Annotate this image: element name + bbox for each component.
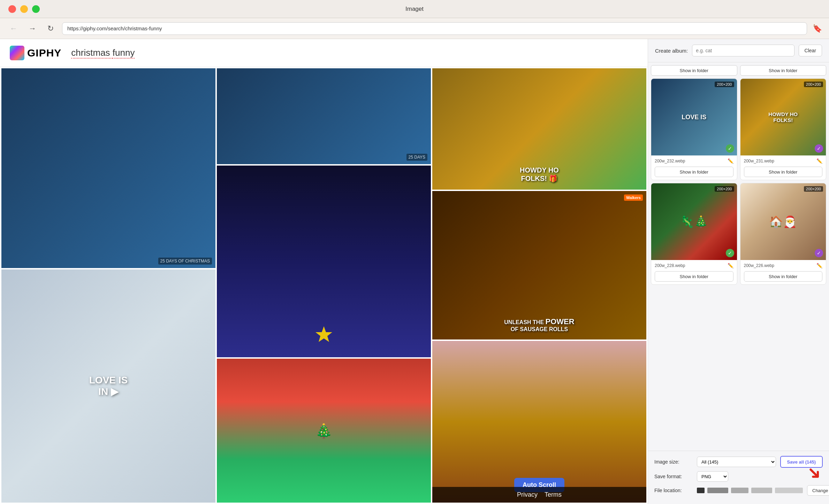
save-format-row: Save format: PNG JPEG WEBP xyxy=(654,471,823,482)
gif-grid: 25 DAYS OF CHRISTMAS LOVE ISIN ▶ 25 DAYS xyxy=(0,67,648,504)
giphy-search-display: christmas funny xyxy=(71,47,135,58)
create-album-label: Create album: xyxy=(655,48,688,54)
panel-item-4: 🏠🎅 200×200 ✓ 200w_226.webp ✏️ Show in fo… xyxy=(740,183,827,285)
panel-item-2: HOWDY HOFOLKS! 200×200 ✓ 200w_231.webp ✏… xyxy=(740,78,827,180)
panel-item-footer-4: 200w_226.webp ✏️ xyxy=(740,260,826,271)
gif-item[interactable]: 🎄 xyxy=(217,359,431,503)
panel-item-1: LOVE IS 200×200 ✓ 200w_232.webp ✏️ Show … xyxy=(651,78,737,180)
panel-row-2: 🦎🎄 200×200 ✓ 200w_228.webp ✏️ Show in fo… xyxy=(651,183,826,285)
window-title: Imaget xyxy=(405,6,424,13)
terms-button[interactable]: Terms xyxy=(545,491,562,498)
panel-item-3: 🦎🎄 200×200 ✓ 200w_228.webp ✏️ Show in fo… xyxy=(651,183,737,285)
path-seg-2 xyxy=(707,488,728,493)
main-layout: GIPHY christmas funny 25 DAYS OF CHRISTM… xyxy=(0,39,829,504)
giphy-logo-text: GIPHY xyxy=(27,47,61,59)
check-icon-1: ✓ xyxy=(726,144,734,153)
top-show-folder-row: Show in folder Show in folder xyxy=(648,62,829,76)
back-button[interactable]: ← xyxy=(7,23,20,35)
size-badge-1: 200×200 xyxy=(715,82,734,87)
gif-item[interactable]: LOVE ISIN ▶ xyxy=(1,269,215,503)
gif-placeholder: 25 DAYS OF CHRISTMAS xyxy=(1,68,215,268)
size-badge-4: 200×200 xyxy=(804,186,823,192)
close-button[interactable] xyxy=(8,5,16,13)
panel-img-3: 🦎🎄 200×200 ✓ xyxy=(651,183,737,260)
search-text-plain: christmas xyxy=(71,47,112,59)
change-button[interactable]: Change xyxy=(807,485,829,496)
show-folder-btn-3[interactable]: Show in folder xyxy=(655,271,733,282)
svg-marker-0 xyxy=(315,326,332,342)
size-badge-2: 200×200 xyxy=(804,82,823,87)
filename-2: 200w_231.webp xyxy=(744,159,774,163)
title-bar: Imaget xyxy=(0,0,829,18)
edit-icon-2[interactable]: ✏️ xyxy=(816,158,822,164)
panel-header: Create album: Clear xyxy=(648,39,829,62)
format-select[interactable]: PNG JPEG WEBP xyxy=(697,471,728,482)
save-all-button[interactable]: Save all (145) xyxy=(780,456,823,468)
gif-column-3: HOWDY HOFOLKS! 🎁 Walkers UNLEASH THE POW… xyxy=(432,68,646,503)
image-size-row: Image size: All (145) 200×200 480w Save … xyxy=(654,456,823,468)
search-text-underline: funny xyxy=(113,47,135,59)
filename-3: 200w_228.webp xyxy=(655,263,685,268)
check-icon-4: ✓ xyxy=(815,249,823,257)
image-size-label: Image size: xyxy=(654,459,693,465)
right-panel: Create album: Clear Show in folder Show … xyxy=(648,39,829,504)
file-location-bar xyxy=(697,485,803,496)
show-in-folder-button-top-left[interactable]: Show in folder xyxy=(651,65,737,76)
edit-icon-3[interactable]: ✏️ xyxy=(728,263,733,268)
refresh-button[interactable]: ↻ xyxy=(45,23,56,35)
bookmark-button[interactable]: 🔖 xyxy=(813,24,822,33)
giphy-logo: GIPHY xyxy=(10,46,61,60)
show-folder-btn-2[interactable]: Show in folder xyxy=(744,167,823,177)
gif-item[interactable]: Auto Scroll Privacy Terms xyxy=(432,341,646,503)
panel-item-footer-3: 200w_228.webp ✏️ xyxy=(651,260,737,271)
address-bar[interactable] xyxy=(62,22,807,35)
privacy-button[interactable]: Privacy xyxy=(517,491,538,498)
panel-item-footer-1: 200w_232.webp ✏️ xyxy=(651,155,737,167)
gif-item[interactable]: HOWDY HOFOLKS! 🎁 xyxy=(432,68,646,190)
gif-item[interactable]: 25 DAYS OF CHRISTMAS xyxy=(1,68,215,268)
show-folder-btn-4[interactable]: Show in folder xyxy=(744,271,823,282)
path-seg-4 xyxy=(751,488,772,493)
gif-column-1: 25 DAYS OF CHRISTMAS LOVE ISIN ▶ xyxy=(1,68,215,503)
panel-row-1: LOVE IS 200×200 ✓ 200w_232.webp ✏️ Show … xyxy=(651,78,826,180)
panel-img-1: LOVE IS 200×200 ✓ xyxy=(651,79,737,155)
filename-4: 200w_226.webp xyxy=(744,263,774,268)
maximize-button[interactable] xyxy=(32,5,40,13)
panel-bottom: Image size: All (145) 200×200 480w Save … xyxy=(648,451,829,504)
show-in-folder-button-top-right[interactable]: Show in folder xyxy=(740,65,827,76)
save-format-label: Save format: xyxy=(654,474,693,479)
browser-content: GIPHY christmas funny 25 DAYS OF CHRISTM… xyxy=(0,39,648,504)
album-input[interactable] xyxy=(692,45,794,56)
giphy-header: GIPHY christmas funny xyxy=(0,39,648,67)
panel-images: LOVE IS 200×200 ✓ 200w_232.webp ✏️ Show … xyxy=(648,76,829,451)
gif-column-2: 25 DAYS 🎄 xyxy=(217,68,431,503)
gif-placeholder-2: 25 DAYS xyxy=(217,68,431,164)
show-folder-btn-1[interactable]: Show in folder xyxy=(655,167,733,177)
edit-icon-4[interactable]: ✏️ xyxy=(816,263,822,268)
file-location-row: File location: Change 📁 ➜ xyxy=(654,485,823,496)
check-icon-3: ✓ xyxy=(726,249,734,257)
filename-1: 200w_232.webp xyxy=(655,159,685,163)
forward-button[interactable]: → xyxy=(26,23,39,35)
clear-button[interactable]: Clear xyxy=(799,45,822,56)
image-size-select[interactable]: All (145) 200×200 480w xyxy=(697,457,776,467)
gif-item[interactable] xyxy=(217,166,431,357)
check-icon-2: ✓ xyxy=(815,144,823,153)
panel-img-4: 🏠🎅 200×200 ✓ xyxy=(740,183,826,260)
path-seg-3 xyxy=(731,488,748,493)
gif-item[interactable]: Walkers UNLEASH THE POWEROF SAUSAGE ROLL… xyxy=(432,191,646,339)
file-location-label: File location: xyxy=(654,488,693,493)
path-seg-1 xyxy=(697,488,705,493)
giphy-logo-icon xyxy=(10,46,24,60)
panel-img-2: HOWDY HOFOLKS! 200×200 ✓ xyxy=(740,79,826,155)
edit-icon-1[interactable]: ✏️ xyxy=(728,158,733,164)
window-controls xyxy=(8,5,40,13)
browser-toolbar: ← → ↻ 🔖 xyxy=(0,18,829,39)
path-seg-5 xyxy=(775,488,803,493)
minimize-button[interactable] xyxy=(20,5,28,13)
panel-item-footer-2: 200w_231.webp ✏️ xyxy=(740,155,826,167)
size-badge-3: 200×200 xyxy=(715,186,734,192)
gif-item[interactable]: 25 DAYS xyxy=(217,68,431,164)
